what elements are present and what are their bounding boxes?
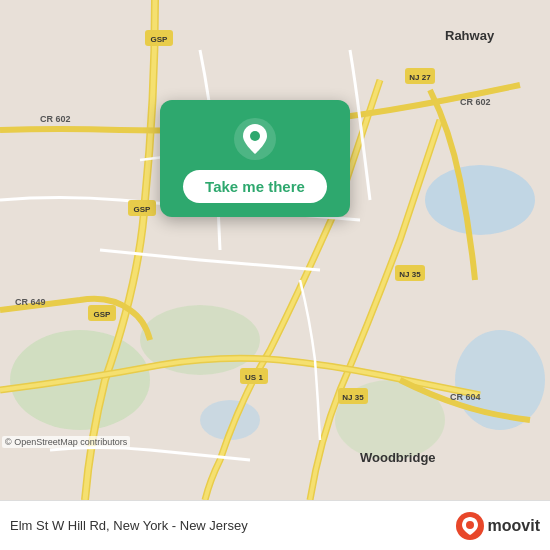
svg-point-28 [250,131,260,141]
svg-text:US 1: US 1 [245,373,263,382]
popup-card: Take me there [160,100,350,217]
svg-text:GSP: GSP [94,310,112,319]
svg-text:CR 649: CR 649 [15,297,46,307]
address-label: Elm St W Hill Rd, New York - New Jersey [10,518,248,533]
svg-text:Woodbridge: Woodbridge [360,450,436,465]
svg-text:CR 604: CR 604 [450,392,481,402]
moovit-logo: moovit [456,512,540,540]
svg-text:Rahway: Rahway [445,28,495,43]
svg-point-30 [466,521,474,529]
svg-text:GSP: GSP [151,35,169,44]
svg-text:CR 602: CR 602 [40,114,71,124]
location-pin-icon [234,118,276,160]
svg-text:CR 602: CR 602 [460,97,491,107]
svg-text:NJ 35: NJ 35 [342,393,364,402]
moovit-icon [456,512,484,540]
svg-text:NJ 35: NJ 35 [399,270,421,279]
osm-credit: © OpenStreetMap contributors [2,436,130,448]
map-svg: GSP GSP GSP NJ 27 NJ 35 NJ 35 US 1 CR 60… [0,0,550,500]
bottom-bar: Elm St W Hill Rd, New York - New Jersey … [0,500,550,550]
take-me-there-button[interactable]: Take me there [183,170,327,203]
svg-point-4 [425,165,535,235]
svg-text:NJ 27: NJ 27 [409,73,431,82]
svg-text:GSP: GSP [134,205,152,214]
map-container: GSP GSP GSP NJ 27 NJ 35 NJ 35 US 1 CR 60… [0,0,550,500]
moovit-label: moovit [488,517,540,535]
